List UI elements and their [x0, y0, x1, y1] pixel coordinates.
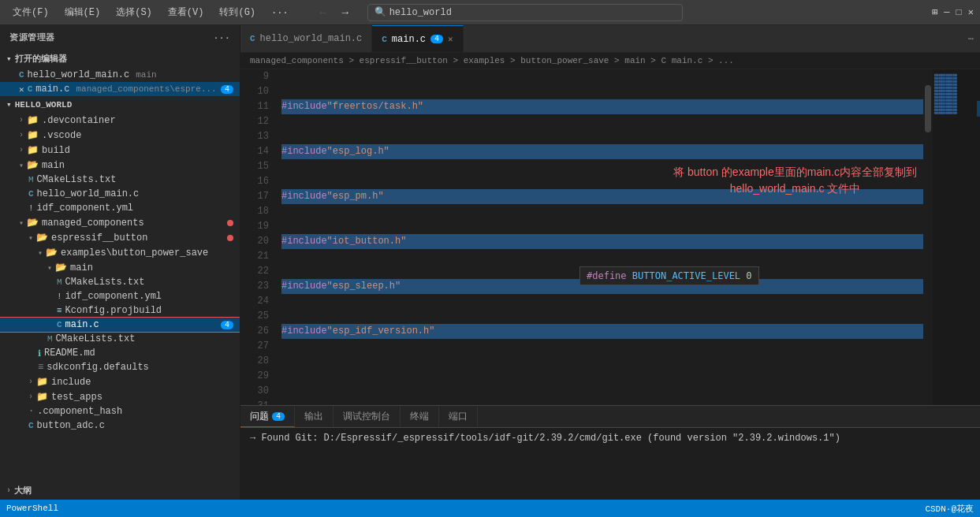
panel-tab-ports[interactable]: 端口 — [439, 406, 478, 427]
chevron-open-editors: ▾ — [6, 54, 12, 64]
terminal-line: → Found Git: D:/Espressif/_espressif/too… — [250, 431, 971, 445]
tree-main-c-label: main.c — [65, 319, 99, 330]
md-icon: ℹ — [38, 348, 41, 359]
tab-c-icon-2: C — [382, 35, 387, 44]
tree-yml-label: idf_component.yml — [37, 203, 133, 214]
c-icon-adc: C — [28, 421, 34, 430]
tab-hello-main[interactable]: C hello_world_main.c — [240, 25, 372, 52]
tree-test-apps[interactable]: › 📁 test_apps — [0, 389, 240, 404]
folder-icon-include: 📁 — [36, 376, 48, 388]
problems-label: 问题 — [250, 410, 269, 423]
menu-edit[interactable]: 编辑(E) — [58, 4, 107, 20]
tab-badge-2: 4 — [430, 35, 443, 43]
menu-bar[interactable]: 文件(F) 编辑(E) 选择(S) 查看(V) 转到(G) ... — [6, 4, 295, 20]
tree-devcontainer[interactable]: › 📁 .devcontainer — [0, 113, 240, 128]
restore-icon[interactable]: □ — [956, 7, 962, 18]
menu-view[interactable]: 查看(V) — [162, 4, 211, 20]
folder-icon-examples: 📂 — [46, 247, 58, 258]
tree-vscode[interactable]: › 📁 .vscode — [0, 128, 240, 143]
tree-adc-label: button_adc.c — [37, 420, 105, 431]
tree-cmake-btn[interactable]: M CMakeLists.txt — [0, 332, 240, 346]
chevron-include: › — [28, 378, 33, 386]
layout-icon[interactable]: ⊞ — [932, 6, 937, 18]
scrollbar-thumb[interactable] — [925, 85, 931, 132]
terminal-label: 终端 — [410, 410, 429, 423]
minimize-icon[interactable]: — — [944, 7, 949, 18]
tree-hello-main-c[interactable]: C hello_world_main.c — [0, 187, 240, 201]
tab-actions[interactable]: ⋯ — [962, 25, 980, 52]
close-icon-tab[interactable]: ✕ — [19, 84, 24, 95]
yml-icon-2: ! — [57, 292, 62, 301]
nav-forward-button[interactable]: → — [336, 3, 355, 22]
code-line-14: #include "esp_idf_version.h" — [281, 324, 923, 339]
project-section[interactable]: ▾ HELLO_WORLD — [0, 96, 240, 113]
tree-idf-yml-ex[interactable]: ! idf_component.yml — [0, 289, 240, 303]
outline-section[interactable]: › 大纲 — [0, 482, 240, 500]
panel-tab-output[interactable]: 输出 — [295, 406, 333, 427]
panel-tab-debug[interactable]: 调试控制台 — [333, 406, 401, 427]
tree-main-folder[interactable]: ▾ 📂 main — [0, 158, 240, 173]
code-line-9: #include "freertos/task.h" — [281, 99, 923, 114]
tree-main-ex-label: main — [70, 262, 93, 273]
tree-button-adc[interactable]: C button_adc.c — [0, 418, 240, 433]
tree-comp-hash[interactable]: · .component_hash — [0, 404, 240, 418]
status-bar: PowerShell CSDN·@花夜 — [0, 500, 980, 517]
cmake-icon-2: M — [57, 277, 62, 287]
tree-main-c-active[interactable]: C main.c 4 — [0, 318, 240, 332]
folder-icon-main-ex: 📂 — [55, 262, 67, 273]
c-icon-active: C — [57, 320, 62, 329]
tree-sdkconfig[interactable]: ≡ sdkconfig.defaults — [0, 360, 240, 374]
tree-readme[interactable]: ℹ README.md — [0, 346, 240, 360]
folder-icon-3: 📁 — [27, 144, 39, 156]
close-icon[interactable]: ✕ — [968, 6, 974, 18]
tab-label-1: hello_world_main.c — [260, 33, 363, 44]
minimap[interactable]: ████████████████ ████████████████ ██████… — [933, 69, 980, 405]
tree-examples[interactable]: ▾ 📂 examples\button_power_save — [0, 245, 240, 260]
breadcrumb-text: managed_components > espressif__button >… — [250, 56, 734, 65]
menu-select[interactable]: 选择(S) — [110, 4, 158, 20]
tab-main-c[interactable]: C main.c 4 ✕ — [372, 25, 463, 52]
tree-kconfig[interactable]: ≡ Kconfig.projbuild — [0, 303, 240, 318]
search-bar[interactable]: 🔍 hello_world — [367, 4, 683, 21]
tree-yml-ex-label: idf_component.yml — [65, 291, 162, 302]
tree-idf-yml-main[interactable]: ! idf_component.yml — [0, 201, 240, 215]
tree-managed[interactable]: ▾ 📂 managed_components — [0, 215, 240, 230]
tree-managed-label: managed_components — [42, 218, 144, 229]
terminal-text: → Found Git: D:/Espressif/_espressif/too… — [250, 433, 840, 444]
code-line-12: #include "iot_button.h" — [281, 234, 923, 249]
tree-include-folder[interactable]: › 📁 include — [0, 374, 240, 389]
nav-back-button[interactable]: ← — [314, 3, 333, 22]
open-file-extra-1: main — [136, 70, 156, 80]
scrollbar-track[interactable] — [923, 69, 933, 405]
open-file-hello-main[interactable]: C hello_world_main.c main — [0, 68, 240, 82]
chevron-outline: › — [6, 486, 11, 495]
tree-cmake-main[interactable]: M CMakeLists.txt — [0, 173, 240, 187]
chevron-vscode: › — [19, 131, 24, 139]
nav-buttons: ← → — [314, 3, 355, 22]
open-file-name-2: main.c — [35, 84, 69, 95]
code-line-15 — [281, 369, 923, 384]
scrollbar-vertical[interactable] — [923, 69, 933, 405]
hash-icon: · — [28, 406, 34, 417]
file-badge-2: 4 — [221, 85, 233, 94]
sidebar-dots[interactable]: ··· — [214, 33, 230, 43]
panel-tab-terminal[interactable]: 终端 — [401, 406, 439, 427]
title-bar: 文件(F) 编辑(E) 选择(S) 查看(V) 转到(G) ... ← → 🔍 … — [0, 0, 980, 25]
panel-tab-problems[interactable]: 问题 4 — [240, 406, 295, 427]
main-c-badge: 4 — [221, 321, 233, 329]
tab-close-2[interactable]: ✕ — [448, 34, 453, 44]
tree-main-examples[interactable]: ▾ 📂 main — [0, 260, 240, 275]
tree-cmake-ex[interactable]: M CMakeLists.txt — [0, 275, 240, 289]
open-editors-section[interactable]: ▾ 打开的编辑器 — [0, 50, 240, 68]
tree-build[interactable]: › 📁 build — [0, 143, 240, 158]
open-file-main-c[interactable]: ✕ C main.c managed_components\espre... 4 — [0, 82, 240, 96]
tree-espressif[interactable]: ▾ 📂 espressif__button — [0, 230, 240, 245]
breadcrumb: managed_components > espressif__button >… — [240, 53, 980, 69]
chevron-managed: ▾ — [19, 218, 24, 228]
status-right: CSDN·@花夜 — [925, 503, 974, 515]
menu-more[interactable]: ... — [265, 4, 295, 20]
menu-goto[interactable]: 转到(G) — [213, 4, 262, 20]
menu-file[interactable]: 文件(F) — [6, 4, 55, 20]
line-numbers: 910111213 1415161718 1920212223 24252627… — [240, 69, 275, 405]
code-content[interactable]: #include "freertos/task.h" #include "esp… — [275, 69, 923, 405]
